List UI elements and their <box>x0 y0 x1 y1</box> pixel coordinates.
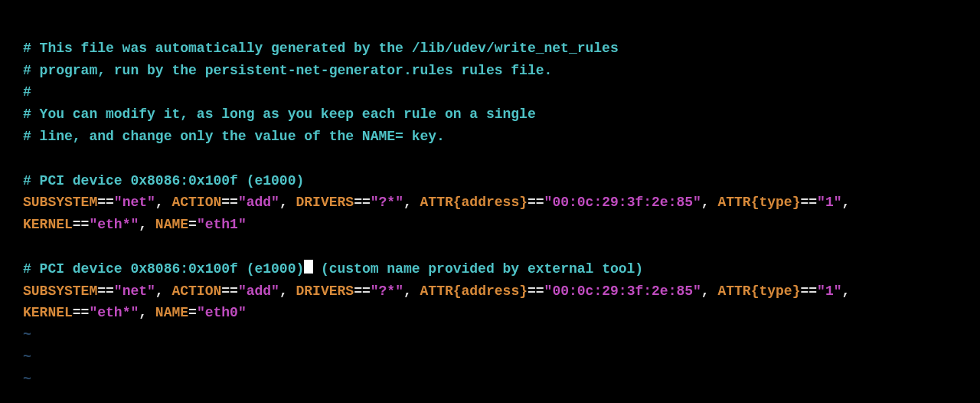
name-value: "eth0" <box>197 305 247 320</box>
kernel-value: "eth*" <box>89 217 139 232</box>
vi-tilde: ~ <box>23 327 31 342</box>
operator: == <box>354 283 371 299</box>
comma: , <box>403 283 420 299</box>
subsystem-key: SUBSYSTEM <box>23 283 97 299</box>
name-key: NAME <box>155 217 188 232</box>
comma: , <box>842 195 859 210</box>
pci-comment-1: # PCI device 0x8086:0x100f (e1000) <box>23 173 304 188</box>
subsystem-key: SUBSYSTEM <box>23 195 97 210</box>
name-key: NAME <box>155 305 188 320</box>
comma: , <box>279 195 296 210</box>
comment-line: # <box>23 84 31 100</box>
comment-line: # You can modify it, as long as you keep… <box>23 106 536 122</box>
action-value: "add" <box>238 283 279 299</box>
attr-address-value: "00:0c:29:3f:2e:85" <box>544 283 701 299</box>
attr-type-value: "1" <box>817 283 841 299</box>
operator: = <box>188 305 197 320</box>
attr-type-key: ATTR{type} <box>717 283 800 299</box>
comma: , <box>139 217 155 232</box>
name-value: "eth1" <box>197 217 247 232</box>
comma: , <box>155 283 172 299</box>
operator: == <box>800 283 817 299</box>
comma: , <box>701 195 718 210</box>
attr-address-key: ATTR{address} <box>420 283 528 299</box>
vi-tilde: ~ <box>23 372 31 387</box>
subsystem-value: "net" <box>114 195 155 210</box>
kernel-value: "eth*" <box>89 305 139 320</box>
pci-comment-2b: (custom name provided by external tool) <box>312 261 643 277</box>
operator: == <box>97 195 114 210</box>
subsystem-value: "net" <box>114 283 155 299</box>
comma: , <box>403 195 420 210</box>
operator: == <box>528 195 544 210</box>
attr-type-value: "1" <box>817 195 841 210</box>
operator: == <box>221 283 238 299</box>
operator: == <box>800 195 817 210</box>
comment-line: # line, and change only the value of the… <box>23 129 445 144</box>
action-key: ACTION <box>172 195 221 210</box>
cursor-icon <box>304 258 312 280</box>
comma: , <box>842 283 859 299</box>
operator: = <box>188 217 197 232</box>
pci-comment-2a: # PCI device 0x8086:0x100f (e1000) <box>23 261 304 277</box>
comma: , <box>139 305 155 320</box>
kernel-key: KERNEL <box>23 305 73 320</box>
operator: == <box>528 283 544 299</box>
drivers-key: DRIVERS <box>296 283 354 299</box>
attr-address-value: "00:0c:29:3f:2e:85" <box>544 195 701 210</box>
attr-address-key: ATTR{address} <box>420 195 528 210</box>
comma: , <box>279 283 296 299</box>
operator: == <box>73 217 90 232</box>
drivers-value: "?*" <box>371 195 403 210</box>
comma: , <box>155 195 172 210</box>
drivers-key: DRIVERS <box>296 195 354 210</box>
attr-type-key: ATTR{type} <box>717 195 800 210</box>
operator: == <box>97 283 114 299</box>
action-key: ACTION <box>172 283 221 299</box>
comma: , <box>701 283 718 299</box>
operator: == <box>354 195 371 210</box>
operator: == <box>73 305 90 320</box>
terminal-editor[interactable]: # This file was automatically generated … <box>23 15 957 391</box>
vi-tilde: ~ <box>23 349 31 365</box>
operator: == <box>221 195 238 210</box>
drivers-value: "?*" <box>371 283 403 299</box>
kernel-key: KERNEL <box>23 217 73 232</box>
comment-line: # program, run by the persistent-net-gen… <box>23 63 552 78</box>
comment-line: # This file was automatically generated … <box>23 41 619 56</box>
action-value: "add" <box>238 195 279 210</box>
